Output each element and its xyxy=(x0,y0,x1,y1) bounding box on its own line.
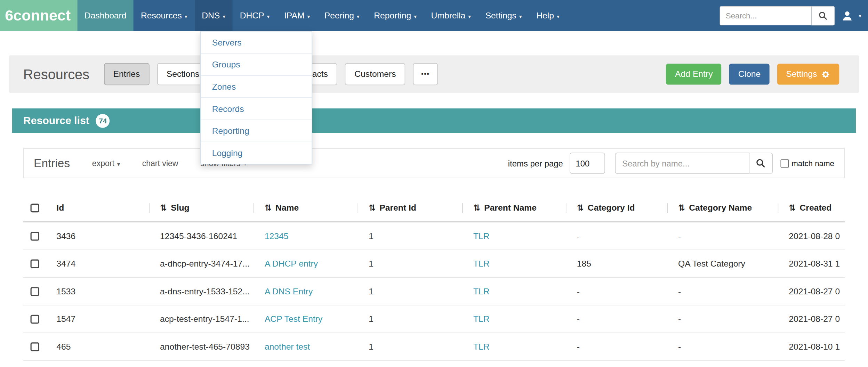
row-select-cell xyxy=(23,342,49,351)
column-header-parent-id[interactable]: ⇅Parent Id xyxy=(357,203,462,213)
column-header-slug[interactable]: ⇅Slug xyxy=(149,203,254,213)
row-select-cell xyxy=(23,315,49,323)
dns-menu-item-logging[interactable]: Logging xyxy=(201,142,312,164)
cell-slug: a-dhcp-entry-3474-17... xyxy=(149,259,254,269)
cell-id: 465 xyxy=(49,342,149,352)
chevron-down-icon: ▾ xyxy=(859,13,861,19)
name-search-button[interactable] xyxy=(749,153,773,173)
match-name-checkbox[interactable] xyxy=(780,159,789,168)
match-name-label: match name xyxy=(791,159,834,168)
add-entry-button[interactable]: Add Entry xyxy=(666,64,722,84)
cell-name: another test xyxy=(254,342,357,352)
column-label: Name xyxy=(275,203,299,212)
entry-name-link[interactable]: another test xyxy=(265,342,310,351)
chevron-down-icon: ▾ xyxy=(468,13,471,19)
column-header-parent-name[interactable]: ⇅Parent Name xyxy=(462,203,566,213)
app-logo[interactable]: 6connect xyxy=(0,0,77,31)
cell-category-id: - xyxy=(566,314,667,324)
nav-item-label: Settings xyxy=(485,10,516,20)
table-body: 343612345-3436-160241123451TLR--2021-08-… xyxy=(23,222,845,361)
chevron-down-icon: ▾ xyxy=(357,13,360,19)
column-header-category-name[interactable]: ⇅Category Name xyxy=(667,203,778,213)
row-checkbox[interactable] xyxy=(31,315,39,323)
nav-item-dns[interactable]: DNS▾ xyxy=(195,0,233,31)
dns-menu-item-servers[interactable]: Servers xyxy=(201,32,312,54)
parent-name-link[interactable]: TLR xyxy=(473,286,490,296)
row-checkbox[interactable] xyxy=(31,259,39,268)
cell-parent-id: 1 xyxy=(357,314,462,324)
nav-item-ipam[interactable]: IPAM▾ xyxy=(277,0,317,31)
column-header-category-id[interactable]: ⇅Category Id xyxy=(566,203,667,213)
table-row: 3474a-dhcp-entry-3474-17...A DHCP entry1… xyxy=(23,250,845,278)
column-label: Parent Id xyxy=(379,203,416,212)
column-label: Created xyxy=(800,203,832,212)
name-search-input[interactable] xyxy=(615,153,749,173)
nav-item-dhcp[interactable]: DHCP▾ xyxy=(233,0,277,31)
cell-slug: acp-test-entry-1547-1... xyxy=(149,314,254,324)
gear-icon xyxy=(821,70,830,79)
parent-name-link[interactable]: TLR xyxy=(473,314,490,323)
tab-more[interactable]: ⋯ xyxy=(413,63,438,85)
dns-menu-item-reporting[interactable]: Reporting xyxy=(201,120,312,142)
cell-category-name: - xyxy=(667,286,778,296)
row-checkbox[interactable] xyxy=(31,342,39,351)
header-select-cell xyxy=(23,204,49,212)
settings-button[interactable]: Settings xyxy=(777,64,839,84)
nav-item-resources[interactable]: Resources▾ xyxy=(134,0,194,31)
column-header-name[interactable]: ⇅Name xyxy=(254,203,357,213)
cell-id: 1533 xyxy=(49,286,149,296)
nav-item-settings[interactable]: Settings▾ xyxy=(478,0,529,31)
cell-created: 2021-08-31 18 xyxy=(778,259,840,269)
global-search-input[interactable] xyxy=(720,6,811,25)
dns-menu-item-zones[interactable]: Zones xyxy=(201,76,312,98)
items-per-page-input[interactable] xyxy=(570,153,605,173)
entry-name-link[interactable]: A DHCP entry xyxy=(265,259,318,268)
table-row: 1533a-dns-entry-1533-152...A DNS Entry1T… xyxy=(23,278,845,305)
navbar-right: ▾ xyxy=(720,0,868,31)
entry-name-link[interactable]: ACP Test Entry xyxy=(265,314,322,323)
dns-menu-item-records[interactable]: Records xyxy=(201,98,312,120)
nav-item-umbrella[interactable]: Umbrella▾ xyxy=(424,0,478,31)
cell-parent-id: 1 xyxy=(357,231,462,241)
user-menu[interactable]: ▾ xyxy=(842,10,861,21)
toolbar-right: items per page match name xyxy=(508,153,834,173)
table-row: 343612345-3436-160241123451TLR--2021-08-… xyxy=(23,222,845,250)
items-per-page-label: items per page xyxy=(508,158,563,168)
chart-view-link[interactable]: chart view xyxy=(142,159,178,168)
cell-id: 3436 xyxy=(49,231,149,241)
clone-button[interactable]: Clone xyxy=(729,64,769,84)
parent-name-link[interactable]: TLR xyxy=(473,259,490,268)
global-search-button[interactable] xyxy=(812,6,835,25)
row-select-cell xyxy=(23,231,49,240)
nav-item-peering[interactable]: Peering▾ xyxy=(317,0,367,31)
parent-name-link[interactable]: TLR xyxy=(473,342,490,351)
sort-arrows-icon: ⇅ xyxy=(369,203,376,213)
tab-customers[interactable]: Customers xyxy=(345,63,405,85)
search-icon xyxy=(756,158,766,168)
cell-category-id: - xyxy=(566,231,667,241)
nav-item-label: Dashboard xyxy=(85,10,127,20)
nav-item-label: IPAM xyxy=(284,10,305,20)
row-checkbox[interactable] xyxy=(31,231,39,240)
nav-item-reporting[interactable]: Reporting▾ xyxy=(367,0,424,31)
column-header-created[interactable]: ⇅Created xyxy=(778,203,840,213)
entry-name-link[interactable]: 12345 xyxy=(265,231,289,240)
cell-created: 2021-08-27 01 xyxy=(778,286,840,296)
nav-item-help[interactable]: Help▾ xyxy=(529,0,566,31)
cell-parent-id: 1 xyxy=(357,342,462,352)
table-row: 465another-test-465-70893another test1TL… xyxy=(23,333,845,361)
parent-name-link[interactable]: TLR xyxy=(473,231,490,240)
cell-id: 1547 xyxy=(49,314,149,324)
row-checkbox[interactable] xyxy=(31,287,39,295)
search-icon xyxy=(818,11,828,20)
select-all-checkbox[interactable] xyxy=(31,204,39,212)
sort-arrows-icon: ⇅ xyxy=(577,203,584,213)
cell-parent-id: 1 xyxy=(357,286,462,296)
row-select-cell xyxy=(23,259,49,268)
nav-item-dashboard[interactable]: Dashboard xyxy=(77,0,134,31)
entry-name-link[interactable]: A DNS Entry xyxy=(265,286,313,296)
dns-menu-item-groups[interactable]: Groups xyxy=(201,54,312,76)
export-menu[interactable]: export▾ xyxy=(92,159,120,168)
sort-arrows-icon: ⇅ xyxy=(265,203,272,213)
tab-entries[interactable]: Entries xyxy=(104,63,149,85)
